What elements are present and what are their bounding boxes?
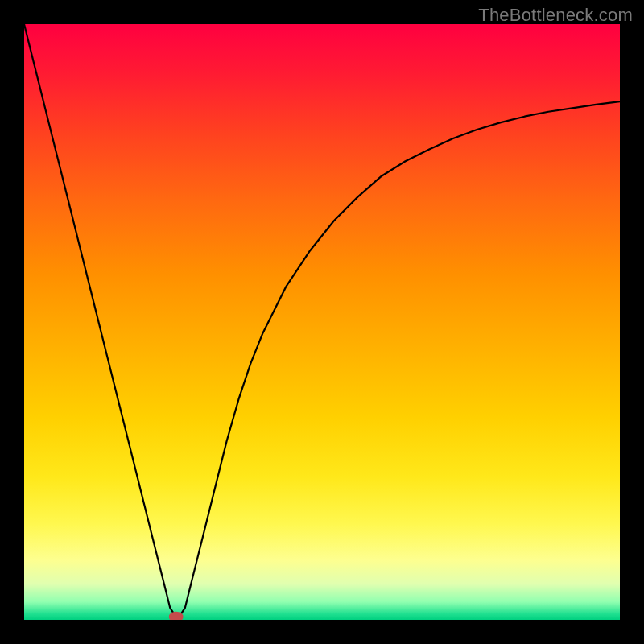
attribution-text: TheBottleneck.com [478, 5, 633, 26]
chart-frame: TheBottleneck.com [0, 0, 644, 644]
plot-area [24, 24, 620, 620]
bottleneck-curve-canvas [24, 24, 620, 620]
